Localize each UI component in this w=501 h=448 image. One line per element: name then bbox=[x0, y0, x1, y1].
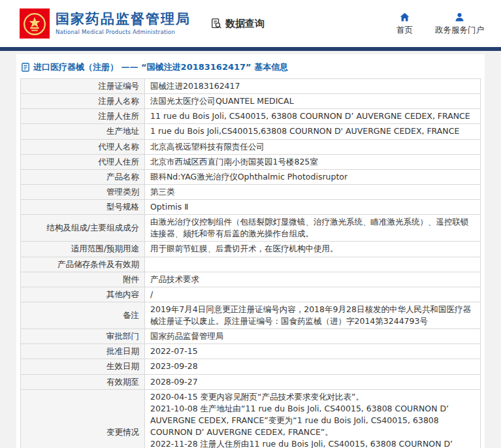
national-emblem-logo bbox=[20, 8, 50, 39]
home-icon bbox=[399, 12, 410, 23]
table-row: 批准日期 2022-07-15 bbox=[21, 344, 481, 359]
header-right-nav: 首页 政务服务门户 bbox=[396, 12, 484, 36]
content-panel: 进口医疗器械（注册） —— “国械注进20183162417” 基本信息 注册证… bbox=[16, 54, 485, 448]
table-row: 结构及组成/主要组成成分 由激光治疗仪控制组件（包括裂隙灯显微镜、治疗激光系统、… bbox=[21, 215, 481, 242]
row-value: 2023-09-28 bbox=[145, 359, 481, 374]
row-value: 北京高视远望科技有限责任公司 bbox=[145, 139, 481, 154]
registration-info-table: 注册证编号 国械注进20183162417 注册人名称 法国光太医疗公司QUAN… bbox=[20, 78, 481, 448]
row-label: 其他内容 bbox=[21, 287, 145, 302]
row-value: 2019年7月4日同意更正注册证编号内容，2018年9月28日核发的中华人民共和… bbox=[145, 302, 481, 328]
row-value: / bbox=[145, 287, 481, 302]
row-value: 由激光治疗仪控制组件（包括裂隙灯显微镜、治疗激光系统、瞄准激光系统）、遥控联锁连… bbox=[145, 215, 481, 242]
row-value: Optimis Ⅱ bbox=[145, 200, 481, 215]
table-row: 产品储存条件及有效期 bbox=[21, 257, 481, 272]
data-query-icon bbox=[210, 18, 222, 29]
table-row: 注册证编号 国械注进20183162417 bbox=[21, 79, 481, 94]
row-label: 型号规格 bbox=[21, 200, 145, 215]
row-value: 2022-07-15 bbox=[145, 344, 481, 359]
row-label: 备注 bbox=[21, 302, 145, 328]
table-row: 适用范围/预期用途 用于眼前节虹膜、后囊切开术，在医疗机构中使用。 bbox=[21, 242, 481, 257]
row-label: 适用范围/预期用途 bbox=[21, 242, 145, 257]
row-value: 11 rue du Bois Joli, CS40015, 63808 COUR… bbox=[145, 109, 481, 124]
row-value: 眼科Nd:YAG激光治疗仪Ophthalmic Photodisruptor bbox=[145, 169, 481, 184]
table-row: 变更情况 2020-04-15 变更内容见附页“产品技术要求变化对比表”。 20… bbox=[21, 389, 481, 448]
row-value: 产品技术要求 bbox=[145, 272, 481, 287]
header-navy-stripe bbox=[0, 47, 501, 51]
row-label: 有效期至 bbox=[21, 374, 145, 389]
row-label: 生效日期 bbox=[21, 359, 145, 374]
row-label: 代理人名称 bbox=[21, 139, 145, 154]
row-value: 法国光太医疗公司QUANTEL MEDICAL bbox=[145, 94, 481, 109]
row-label: 注册人名称 bbox=[21, 94, 145, 109]
data-query-label: 数据查询 bbox=[225, 18, 265, 30]
table-row: 产品名称 眼科Nd:YAG激光治疗仪Ophthalmic Photodisrup… bbox=[21, 169, 481, 184]
nav-home-label: 首页 bbox=[396, 25, 413, 36]
row-value: 国械注进20183162417 bbox=[145, 79, 481, 94]
table-row: 生产地址 1 rue du Bois Joli,CS40015,63808 CO… bbox=[21, 124, 481, 139]
row-value: 第三类 bbox=[145, 184, 481, 199]
table-row: 注册人住所 11 rue du Bois Joli, CS40015, 6380… bbox=[21, 109, 481, 124]
table-row: 型号规格 Optimis Ⅱ bbox=[21, 200, 481, 215]
brand-titles: 国家药品监督管理局 National Medical Products Admi… bbox=[56, 12, 191, 35]
table-row: 代理人住所 北京市西城区西直门南小街国英园1号楼825室 bbox=[21, 154, 481, 169]
row-label: 代理人住所 bbox=[21, 154, 145, 169]
row-value: 2028-09-27 bbox=[145, 374, 481, 389]
nav-portal[interactable]: 政务服务门户 bbox=[435, 12, 484, 36]
row-label: 审批部门 bbox=[21, 329, 145, 344]
table-row: 附件 产品技术要求 bbox=[21, 272, 481, 287]
table-row: 有效期至 2028-09-27 bbox=[21, 374, 481, 389]
row-value: 1 rue du Bois Joli,CS40015,63808 COURNON… bbox=[145, 124, 481, 139]
row-value: 用于眼前节虹膜、后囊切开术，在医疗机构中使用。 bbox=[145, 242, 481, 257]
row-label: 注册证编号 bbox=[21, 79, 145, 94]
breadcrumb-text: 进口医疗器械（注册） —— “国械注进20183162417” 基本信息 bbox=[33, 61, 288, 73]
row-label: 产品储存条件及有效期 bbox=[21, 257, 145, 272]
row-value: 国家药品监督管理局 bbox=[145, 329, 481, 344]
user-icon bbox=[454, 12, 465, 23]
row-label: 生产地址 bbox=[21, 124, 145, 139]
breadcrumb: 进口医疗器械（注册） —— “国械注进20183162417” 基本信息 bbox=[20, 58, 481, 78]
row-label: 管理类别 bbox=[21, 184, 145, 199]
row-label: 注册人住所 bbox=[21, 109, 145, 124]
table-row: 生效日期 2023-09-28 bbox=[21, 359, 481, 374]
site-header: 国家药品监督管理局 National Medical Products Admi… bbox=[0, 0, 501, 47]
org-name-cn: 国家药品监督管理局 bbox=[56, 12, 191, 27]
row-label: 附件 bbox=[21, 272, 145, 287]
nav-home[interactable]: 首页 bbox=[396, 12, 413, 36]
table-row: 其他内容 / bbox=[21, 287, 481, 302]
table-row: 管理类别 第三类 bbox=[21, 184, 481, 199]
row-value bbox=[145, 257, 481, 272]
row-label: 变更情况 bbox=[21, 389, 145, 448]
table-row: 注册人名称 法国光太医疗公司QUANTEL MEDICAL bbox=[21, 94, 481, 109]
org-name-en: National Medical Products Administration bbox=[56, 29, 191, 35]
document-icon bbox=[22, 63, 29, 72]
row-value: 北京市西城区西直门南小街国英园1号楼825室 bbox=[145, 154, 481, 169]
table-row: 代理人名称 北京高视远望科技有限责任公司 bbox=[21, 139, 481, 154]
table-row: 备注 2019年7月4日同意更正注册证编号内容，2018年9月28日核发的中华人… bbox=[21, 302, 481, 328]
row-value: 2020-04-15 变更内容见附页“产品技术要求变化对比表”。 2021-10… bbox=[145, 389, 481, 448]
row-label: 产品名称 bbox=[21, 169, 145, 184]
row-label: 结构及组成/主要组成成分 bbox=[21, 215, 145, 242]
row-label: 批准日期 bbox=[21, 344, 145, 359]
nav-portal-label: 政务服务门户 bbox=[435, 25, 484, 36]
table-row: 审批部门 国家药品监督管理局 bbox=[21, 329, 481, 344]
data-query-nav[interactable]: 数据查询 bbox=[210, 18, 265, 30]
